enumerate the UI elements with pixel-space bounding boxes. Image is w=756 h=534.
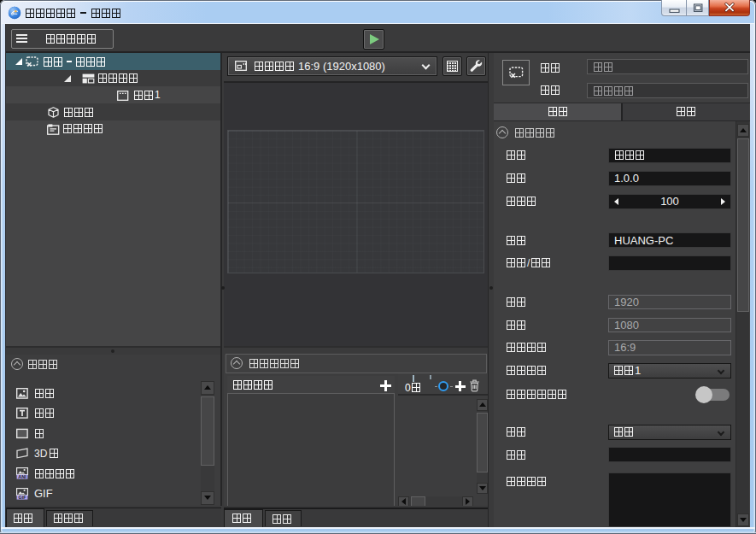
- svg-text:ANI: ANI: [18, 474, 26, 479]
- svg-text:GIF: GIF: [19, 495, 27, 500]
